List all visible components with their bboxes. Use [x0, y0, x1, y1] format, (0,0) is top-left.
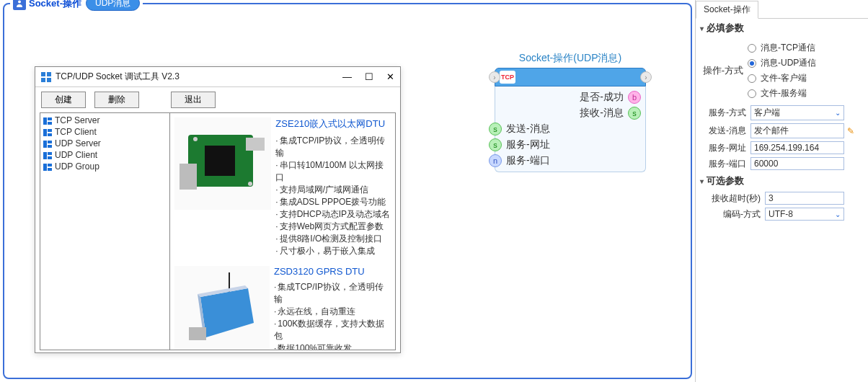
service-port-input[interactable]: 60000	[750, 157, 844, 170]
radio-file-server[interactable]: 文件-服务端	[748, 86, 868, 101]
svg-point-24	[193, 137, 198, 141]
svg-rect-23	[246, 138, 265, 151]
svg-rect-11	[43, 141, 47, 148]
send-message-input[interactable]: 发个邮件	[750, 123, 844, 138]
port-number-icon[interactable]: n	[489, 154, 502, 167]
service-mode-select[interactable]: 客户端⌄	[750, 105, 844, 120]
debug-tool-window: TCP/UDP Socket 调试工具 V2.3 — ☐ ✕ 创建 删除 退出 …	[35, 66, 401, 353]
maximize-icon[interactable]: ☐	[365, 71, 373, 82]
node-output-arrow[interactable]: ›	[640, 71, 652, 83]
edit-icon[interactable]: ✎	[847, 126, 854, 136]
svg-rect-12	[48, 141, 52, 143]
port-string-icon[interactable]: s	[628, 107, 641, 120]
svg-rect-9	[48, 129, 52, 132]
node-output-row: 接收-消息s	[495, 105, 645, 121]
product-title: ZSE210嵌入式以太网DTU	[275, 117, 391, 130]
node-input-arrow[interactable]: ›	[489, 71, 500, 83]
svg-rect-17	[43, 164, 47, 171]
minimize-icon[interactable]: —	[342, 71, 352, 82]
chevron-down-icon: ⌄	[835, 210, 841, 218]
product-image	[174, 266, 270, 350]
node-output-row: 是否-成功b	[495, 89, 645, 105]
product-title: ZSD3120 GPRS DTU	[274, 266, 391, 277]
sidebar-item-udp-server[interactable]: UDP Server	[40, 138, 169, 149]
radio-tcp-msg[interactable]: 消息-TCP通信	[748, 40, 868, 55]
connection-sidebar: TCP Server TCP Client UDP Server UDP Cli…	[40, 113, 170, 350]
svg-rect-19	[48, 168, 52, 171]
port-string-icon[interactable]: s	[489, 138, 502, 151]
svg-rect-8	[43, 129, 47, 136]
node-input-row: n服务-端口	[495, 153, 645, 169]
svg-rect-6	[48, 117, 52, 120]
delete-button[interactable]: 删除	[94, 92, 139, 108]
svg-point-0	[18, 0, 21, 3]
svg-rect-13	[48, 145, 52, 148]
node-input-row: s发送-消息	[495, 121, 645, 137]
tcp-icon: TCP	[500, 71, 515, 84]
tab-socket[interactable]: Socket-操作	[696, 1, 758, 19]
node-input-row: s服务-网址	[495, 137, 645, 153]
sidebar-item-tcp-client[interactable]: TCP Client	[40, 126, 169, 138]
page-title: Socket-操作	[29, 0, 81, 10]
svg-rect-30	[189, 327, 206, 340]
port-string-icon[interactable]: s	[489, 123, 502, 136]
svg-rect-16	[48, 156, 52, 159]
socket-node[interactable]: Socket-操作(UDP消息) › TCP › 是否-成功b 接收-消息s s…	[495, 52, 646, 172]
person-icon	[13, 0, 26, 10]
create-button[interactable]: 创建	[41, 92, 86, 108]
svg-point-25	[248, 182, 252, 186]
svg-rect-21	[205, 146, 235, 176]
sidebar-item-udp-group[interactable]: UDP Group	[40, 161, 169, 172]
window-title: TCP/UDP Socket 调试工具 V2.3	[56, 71, 342, 83]
required-section-header[interactable]: 必填参数	[696, 19, 868, 37]
port-bool-icon[interactable]: b	[628, 91, 641, 104]
encoding-select[interactable]: UTF-8⌄	[765, 208, 844, 221]
svg-rect-3	[41, 78, 45, 82]
radio-udp-msg[interactable]: 消息-UDP通信	[748, 55, 868, 71]
header-bar: Socket-操作 UDP消息	[10, 0, 143, 11]
timeout-input[interactable]: 3	[765, 192, 844, 205]
chevron-down-icon: ⌄	[835, 109, 841, 117]
svg-rect-2	[47, 72, 51, 76]
product-image	[174, 117, 271, 210]
udp-badge[interactable]: UDP消息	[86, 0, 140, 11]
radio-file-client[interactable]: 文件-客户端	[748, 71, 868, 86]
svg-rect-22	[180, 164, 197, 190]
svg-rect-14	[43, 152, 47, 159]
svg-rect-1	[41, 72, 45, 76]
properties-panel: Socket-操作 必填参数 操作-方式 消息-TCP通信 消息-UDP通信 文…	[695, 0, 868, 382]
app-logo-icon	[41, 72, 51, 82]
sidebar-item-udp-client[interactable]: UDP Client	[40, 149, 169, 161]
svg-rect-7	[48, 122, 52, 125]
svg-marker-27	[200, 288, 254, 337]
close-icon[interactable]: ✕	[386, 71, 394, 82]
product-row: ZSE210嵌入式以太网DTU 集成TCP/IP协议，全透明传输 串口转10M/…	[170, 113, 395, 262]
exit-button[interactable]: 退出	[171, 92, 216, 108]
node-header[interactable]: › TCP ›	[495, 68, 646, 86]
service-url-input[interactable]: 169.254.199.164	[750, 141, 844, 154]
svg-rect-18	[48, 164, 52, 166]
op-mode-label: 操作-方式	[696, 64, 748, 77]
optional-section-header[interactable]: 可选参数	[696, 172, 868, 190]
product-row: ZSD3120 GPRS DTU 集成TCP/IP协议，全透明传输 永远在线，自…	[170, 262, 395, 350]
sidebar-item-tcp-server[interactable]: TCP Server	[40, 115, 169, 126]
svg-rect-5	[43, 117, 47, 125]
svg-rect-15	[48, 152, 52, 155]
svg-rect-10	[48, 133, 52, 136]
node-title: Socket-操作(UDP消息)	[495, 52, 646, 65]
svg-rect-4	[47, 78, 51, 82]
